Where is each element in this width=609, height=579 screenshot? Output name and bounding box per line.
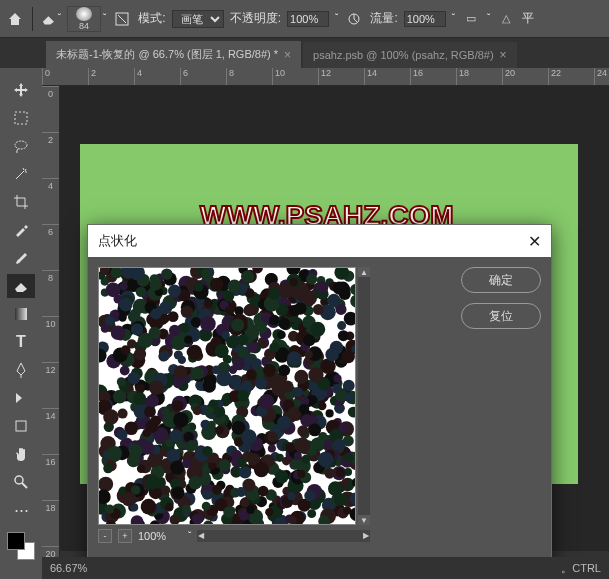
path-tool-icon[interactable] <box>7 386 35 410</box>
svg-point-623 <box>232 358 245 371</box>
svg-point-606 <box>137 465 145 473</box>
svg-point-825 <box>304 490 315 501</box>
svg-point-399 <box>318 401 327 410</box>
svg-point-702 <box>337 321 346 330</box>
hand-tool-icon[interactable] <box>7 442 35 466</box>
reset-button[interactable]: 复位 <box>461 303 541 329</box>
svg-point-875 <box>173 378 183 388</box>
brush-settings-icon[interactable] <box>112 9 132 29</box>
eraser-preset-icon[interactable]: ˇ <box>41 9 61 29</box>
filter-preview[interactable] <box>98 267 356 525</box>
svg-point-882 <box>187 345 202 360</box>
brush-tool-icon[interactable] <box>7 246 35 270</box>
angle-icon[interactable]: △ <box>496 9 516 29</box>
svg-point-837 <box>302 455 311 464</box>
scroll-up-icon[interactable]: ▲ <box>358 267 370 277</box>
svg-point-706 <box>287 351 302 366</box>
svg-point-856 <box>254 462 269 477</box>
svg-point-851 <box>184 336 192 344</box>
svg-point-249 <box>294 370 308 384</box>
svg-point-891 <box>308 367 323 382</box>
svg-point-896 <box>248 342 258 352</box>
tab-label: psahz.psb @ 100% (psahz, RGB/8#) <box>313 49 494 61</box>
color-swatches[interactable] <box>7 532 35 560</box>
ok-button[interactable]: 确定 <box>461 267 541 293</box>
pressure-opacity-icon[interactable] <box>344 9 364 29</box>
svg-rect-4 <box>15 308 27 320</box>
svg-point-560 <box>161 268 172 279</box>
more-tools-icon[interactable]: ⋯ <box>7 498 35 522</box>
svg-point-633 <box>251 358 262 369</box>
svg-point-862 <box>174 351 183 360</box>
svg-point-873 <box>290 278 298 286</box>
flow-input[interactable] <box>404 11 446 27</box>
close-icon[interactable]: × <box>284 48 291 62</box>
pointillize-dialog: 点状化 ✕ ▲ ▼ - + 100% ˇ ◀▶ <box>87 224 552 579</box>
close-icon[interactable]: ✕ <box>528 232 541 251</box>
gradient-tool-icon[interactable] <box>7 302 35 326</box>
svg-point-808 <box>236 487 246 497</box>
svg-point-785 <box>182 458 192 468</box>
svg-point-820 <box>171 335 186 350</box>
svg-point-859 <box>344 453 354 463</box>
brush-picker[interactable]: 84 ˇ <box>67 6 106 32</box>
svg-point-832 <box>186 440 195 449</box>
svg-point-805 <box>226 336 239 349</box>
scrollbar-vertical[interactable]: ▲ ▼ <box>358 267 370 525</box>
eyedropper-tool-icon[interactable] <box>7 218 35 242</box>
pen-tool-icon[interactable] <box>7 358 35 382</box>
zoom-out-button[interactable]: - <box>98 529 112 543</box>
svg-point-746 <box>326 409 334 417</box>
svg-point-771 <box>145 475 160 490</box>
home-icon[interactable] <box>6 10 24 28</box>
svg-point-701 <box>203 380 216 393</box>
svg-point-852 <box>341 478 349 486</box>
svg-point-898 <box>237 458 247 468</box>
svg-point-894 <box>288 516 296 524</box>
svg-point-834 <box>228 280 242 294</box>
svg-point-766 <box>147 454 160 467</box>
svg-point-679 <box>172 400 183 411</box>
svg-point-455 <box>136 287 146 297</box>
wand-tool-icon[interactable] <box>7 162 35 186</box>
svg-point-659 <box>180 323 190 333</box>
svg-point-874 <box>268 288 280 300</box>
opacity-input[interactable] <box>287 11 329 27</box>
svg-point-749 <box>165 503 174 512</box>
lasso-tool-icon[interactable] <box>7 134 35 158</box>
tab-active[interactable]: 未标题-1-恢复的 @ 66.7% (图层 1, RGB/8#) *× <box>46 41 301 68</box>
opacity-label: 不透明度: <box>230 10 281 27</box>
type-tool-icon[interactable]: T <box>7 330 35 354</box>
svg-point-470 <box>118 313 126 321</box>
svg-point-791 <box>328 481 343 496</box>
svg-point-880 <box>212 365 221 374</box>
tab-label: 未标题-1-恢复的 @ 66.7% (图层 1, RGB/8#) * <box>56 47 278 62</box>
svg-point-905 <box>202 490 212 500</box>
move-tool-icon[interactable] <box>7 78 35 102</box>
tab-inactive[interactable]: psahz.psb @ 100% (psahz, RGB/8#)× <box>303 42 517 68</box>
svg-point-752 <box>282 457 291 466</box>
zoom-in-button[interactable]: + <box>118 529 132 543</box>
svg-point-848 <box>226 306 234 314</box>
svg-point-883 <box>181 306 193 318</box>
airbrush-icon[interactable]: ▭ <box>461 9 481 29</box>
zoom-tool-icon[interactable] <box>7 470 35 494</box>
svg-point-877 <box>172 486 185 499</box>
shape-tool-icon[interactable] <box>7 414 35 438</box>
scrollbar-horizontal[interactable]: ◀▶ <box>197 530 370 542</box>
svg-point-672 <box>308 395 317 404</box>
svg-point-845 <box>268 445 276 453</box>
marquee-tool-icon[interactable] <box>7 106 35 130</box>
svg-point-357 <box>265 508 273 516</box>
svg-rect-5 <box>16 421 26 431</box>
svg-point-499 <box>120 366 130 376</box>
tools-panel: T ⋯ <box>0 68 42 579</box>
svg-point-721 <box>286 442 296 452</box>
scroll-down-icon[interactable]: ▼ <box>358 515 370 525</box>
eraser-tool-icon[interactable] <box>7 274 35 298</box>
svg-point-815 <box>204 299 213 308</box>
close-icon[interactable]: × <box>500 48 507 62</box>
crop-tool-icon[interactable] <box>7 190 35 214</box>
svg-point-646 <box>313 304 324 315</box>
mode-select[interactable]: 画笔 <box>172 10 224 28</box>
